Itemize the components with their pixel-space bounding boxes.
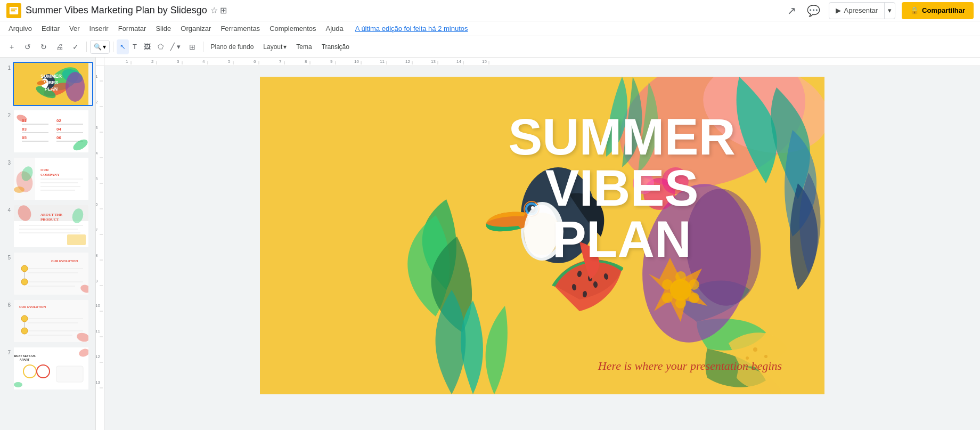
zoom-level: ▾: [103, 43, 106, 51]
svg-text:OUR EVOLUTION: OUR EVOLUTION: [51, 259, 78, 263]
comments-button[interactable]: 💬: [805, 2, 822, 19]
grid-icon[interactable]: ⊞: [220, 5, 227, 15]
slide-canvas-area[interactable]: SUMMER VIBES PLAN Here is where your pre…: [104, 66, 980, 430]
svg-point-54: [21, 265, 28, 272]
slide-item-4[interactable]: 4 ABOUT THE PRODUCT: [2, 204, 93, 248]
ruler-and-canvas: 1 2 3 4 5 6 7 8 9 10 11 12 13: [96, 66, 980, 430]
menu-editar[interactable]: Editar: [37, 22, 64, 35]
ruler-h-svg: 1 2 3 4 5 6 7 8 9 10 11 12 13 14: [104, 58, 980, 64]
svg-point-65: [21, 315, 28, 322]
slide-thumb-6[interactable]: OUR EVOLUTION: [13, 299, 93, 343]
toolbar-theme-btn[interactable]: Tema: [292, 39, 316, 54]
slide-title-line2: VIBES: [508, 163, 736, 214]
toolbar-layout-btn[interactable]: Layout ▾: [259, 39, 291, 54]
menu-organizar[interactable]: Organizar: [176, 22, 215, 35]
svg-text:6: 6: [96, 202, 98, 207]
svg-rect-78: [56, 366, 83, 382]
toolbar-line-tool[interactable]: ╱ ▾: [167, 39, 184, 54]
svg-text:5: 5: [228, 59, 231, 64]
menu-slide[interactable]: Slide: [151, 22, 175, 35]
svg-text:PRODUCT: PRODUCT: [40, 217, 59, 222]
menu-inserir[interactable]: Inserir: [85, 22, 113, 35]
last-edit-info[interactable]: A última edição foi feita há 2 minutos: [355, 25, 468, 33]
svg-point-162: [764, 355, 767, 358]
toolbar-transition-btn[interactable]: Transição: [317, 39, 354, 54]
slide-item-7[interactable]: 7 WHAT SETS US APART: [2, 346, 93, 391]
svg-rect-2: [11, 8, 17, 9]
toolbar-zoom[interactable]: 🔍 ▾: [90, 40, 110, 54]
slide-title: SUMMER VIBES PLAN: [508, 111, 736, 265]
svg-point-148: [689, 293, 699, 303]
toolbar-undo-button[interactable]: ↺: [20, 39, 35, 54]
svg-text:3: 3: [96, 125, 98, 130]
svg-text:1: 1: [96, 74, 98, 79]
toolbar-textbox-tool[interactable]: T: [129, 39, 140, 54]
menu-ajuda[interactable]: Ajuda: [322, 22, 348, 35]
slide-num-1: 1: [2, 65, 11, 71]
menu-complementos[interactable]: Complementos: [265, 22, 320, 35]
toolbar-spellcheck-button[interactable]: ✓: [68, 39, 83, 54]
svg-point-55: [21, 279, 28, 285]
svg-rect-81: [104, 58, 980, 64]
main-layout: 1 SUM: [0, 58, 980, 430]
toolbar-background-btn[interactable]: Plano de fundo: [207, 39, 258, 54]
toolbar-add-button[interactable]: +: [4, 39, 19, 54]
toolbar-shape-tool[interactable]: ⬠: [154, 39, 167, 54]
top-right-actions: ↗ 💬 ▶ Apresentar ▾ 🔒 Compartilhar: [785, 2, 974, 19]
slide-item-2[interactable]: 2 01 02 03 04 05 06: [2, 109, 93, 153]
present-label: Apresentar: [844, 6, 878, 14]
slide-item-1[interactable]: 1 SUM: [2, 62, 93, 106]
toolbar-print-button[interactable]: 🖨: [52, 39, 67, 54]
menu-ver[interactable]: Ver: [65, 22, 84, 35]
svg-text:5: 5: [96, 176, 98, 181]
slide-thumb-4[interactable]: ABOUT THE PRODUCT: [13, 204, 93, 248]
ruler-horizontal: 1 2 3 4 5 6 7 8 9 10 11 12 13 14: [104, 58, 980, 66]
menu-formatar[interactable]: Formatar: [114, 22, 151, 35]
svg-point-150: [662, 293, 673, 303]
toolbar-select-tool[interactable]: ↖: [117, 39, 129, 54]
svg-text:9: 9: [330, 59, 333, 64]
slide-thumb-7[interactable]: WHAT SETS US APART: [13, 346, 93, 391]
share-button[interactable]: 🔒 Compartilhar: [902, 2, 974, 19]
thumb-svg-3: OUR COMPANY: [14, 158, 88, 200]
slide-thumb-2[interactable]: 01 02 03 04 05 06: [13, 109, 93, 153]
toolbar-redo-button[interactable]: ↻: [36, 39, 51, 54]
thumb-svg-2: 01 02 03 04 05 06: [14, 110, 88, 152]
slide-item-5[interactable]: 5 OUR EVOLUTION: [2, 251, 93, 296]
toolbar-image-tool[interactable]: 🖼: [141, 39, 154, 54]
menu-ferramentas[interactable]: Ferramentas: [216, 22, 264, 35]
slide-num-2: 2: [2, 112, 11, 118]
svg-text:VIBES: VIBES: [44, 80, 58, 85]
svg-text:7: 7: [279, 59, 282, 64]
top-bar: Summer Vibes Marketing Plan by Slidesgo …: [0, 0, 980, 21]
slide-thumb-5[interactable]: OUR EVOLUTION: [13, 251, 93, 296]
menu-arquivo[interactable]: Arquivo: [4, 22, 36, 35]
toolbar-extra-tool[interactable]: ⊞: [185, 39, 200, 54]
toolbar-sep-1: [86, 42, 87, 52]
slide-num-4: 4: [2, 207, 11, 213]
star-icon[interactable]: ☆: [210, 5, 218, 15]
svg-text:06: 06: [56, 135, 61, 140]
slide-item-6[interactable]: 6 OUR EVOLUTION: [2, 299, 93, 343]
svg-text:8: 8: [96, 253, 98, 258]
svg-point-147: [689, 279, 699, 290]
svg-text:OUR: OUR: [40, 168, 50, 172]
present-button[interactable]: ▶ Apresentar: [829, 3, 885, 19]
slide-thumb-3[interactable]: OUR COMPANY: [13, 157, 93, 201]
thumb-svg-5: OUR EVOLUTION: [14, 253, 88, 295]
svg-point-145: [670, 279, 691, 301]
svg-text:3: 3: [177, 59, 179, 64]
analytics-button[interactable]: ↗: [785, 2, 798, 19]
svg-text:WHAT SETS US: WHAT SETS US: [14, 354, 36, 358]
svg-text:COMPANY: COMPANY: [40, 173, 60, 177]
doc-title: Summer Vibes Marketing Plan by Slidesgo: [26, 5, 207, 16]
toolbar-sep-2: [113, 42, 113, 52]
present-dropdown-arrow[interactable]: ▾: [885, 3, 895, 19]
slide-main[interactable]: SUMMER VIBES PLAN Here is where your pre…: [260, 77, 824, 394]
svg-text:11: 11: [380, 59, 385, 64]
svg-text:2: 2: [96, 100, 98, 104]
toolbar-sep-3: [203, 42, 203, 52]
slide-subtitle: Here is where your presentation begins: [598, 359, 782, 373]
slide-thumb-1[interactable]: SUMMER VIBES PLAN: [13, 62, 93, 106]
slide-item-3[interactable]: 3 OUR COMPANY: [2, 157, 93, 201]
